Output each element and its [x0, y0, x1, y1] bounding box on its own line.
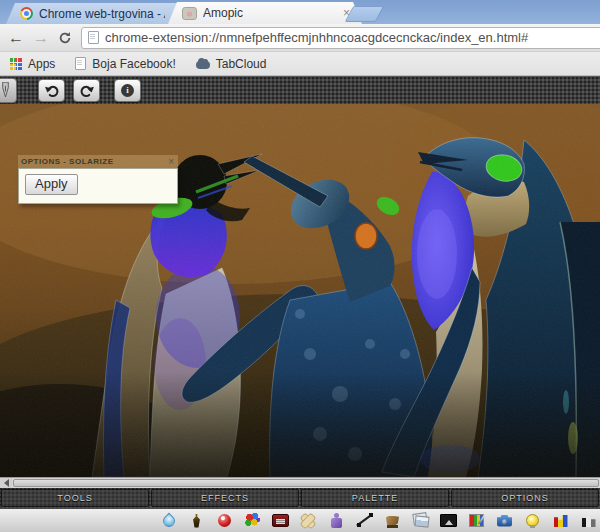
page-icon — [75, 57, 86, 70]
histogram-color-icon[interactable] — [552, 512, 569, 529]
bookmark-tabcloud[interactable]: TabCloud — [196, 57, 267, 71]
undo-button[interactable] — [38, 79, 65, 102]
editor-toolbar: i — [0, 76, 600, 104]
scrollbar-thumb[interactable] — [13, 479, 599, 487]
apply-button[interactable]: Apply — [25, 174, 78, 195]
ink-bottle-icon[interactable] — [188, 512, 205, 529]
color-balls-icon[interactable] — [244, 512, 261, 529]
info-icon: i — [121, 84, 134, 97]
bookmark-apps[interactable]: Apps — [10, 57, 55, 71]
dialog-close-icon[interactable]: × — [167, 157, 175, 167]
address-bar[interactable]: chrome-extension://nmnefpehffecmjnhhncoa… — [81, 27, 600, 49]
bookmark-label: Apps — [28, 57, 55, 71]
bandage-icon[interactable] — [300, 512, 317, 529]
stamp-icon[interactable] — [384, 512, 401, 529]
bookmark-boja-facebook[interactable]: Boja Facebook! — [75, 57, 175, 71]
horizontal-scrollbar — [0, 477, 600, 488]
scroll-left-button[interactable] — [0, 478, 12, 488]
tab-strip: Chrome web-trgovina - A × Amopic × — [0, 0, 600, 24]
page-icon — [88, 31, 99, 44]
tab-effects[interactable]: EFFECTS — [151, 489, 299, 507]
bottom-icon-row — [0, 508, 600, 532]
scroll-left-arrow-icon — [4, 479, 9, 487]
histogram-gray-icon[interactable] — [580, 512, 597, 529]
photos-icon[interactable] — [412, 512, 429, 529]
new-tab-button[interactable] — [345, 6, 385, 22]
picture-icon[interactable] — [440, 512, 457, 529]
back-button[interactable]: ← — [8, 30, 24, 46]
forward-button[interactable]: → — [33, 30, 49, 46]
options-dialog: OPTIONS - SOLARIZE × Apply — [18, 155, 178, 204]
navigation-bar: ← → chrome-extension://nmnefpehffecmjnhh… — [0, 24, 600, 52]
panel-tab-bar: TOOLS EFFECTS PALETTE OPTIONS — [0, 488, 600, 508]
apps-grid-icon — [10, 58, 22, 70]
swatches-icon[interactable] — [468, 512, 485, 529]
bookmarks-bar: Apps Boja Facebook! TabCloud — [0, 52, 600, 76]
camera-icon[interactable] — [496, 512, 513, 529]
reload-icon — [58, 31, 72, 45]
pen-tool-button[interactable] — [0, 78, 17, 103]
tab-tools[interactable]: TOOLS — [1, 489, 149, 507]
url-text: chrome-extension://nmnefpehffecmjnhhncoa… — [105, 30, 528, 45]
bookmark-label: Boja Facebook! — [92, 57, 175, 71]
tv-icon[interactable] — [272, 512, 289, 529]
tab-palette[interactable]: PALETTE — [301, 489, 449, 507]
puzzle-icon[interactable] — [328, 512, 345, 529]
pen-nib-icon — [0, 82, 12, 99]
browser-window: Chrome web-trgovina - A × Amopic × ← → c… — [0, 0, 600, 532]
water-drop-icon[interactable] — [160, 512, 177, 529]
chrome-favicon-icon — [20, 7, 33, 20]
red-eye-icon[interactable] — [216, 512, 233, 529]
dialog-body: Apply — [18, 168, 178, 204]
image-canvas[interactable]: OPTIONS - SOLARIZE × Apply — [0, 104, 600, 477]
bulb-icon[interactable] — [524, 512, 541, 529]
curves-icon[interactable] — [356, 512, 373, 529]
tab-title: Amopic — [203, 6, 335, 20]
tab-options[interactable]: OPTIONS — [451, 489, 599, 507]
bookmark-label: TabCloud — [216, 57, 267, 71]
dialog-titlebar[interactable]: OPTIONS - SOLARIZE × — [18, 155, 178, 168]
tab-title: Chrome web-trgovina - A — [39, 7, 165, 21]
tab-amopic[interactable]: Amopic × — [168, 2, 362, 24]
undo-icon — [44, 83, 60, 99]
dialog-title: OPTIONS - SOLARIZE — [21, 157, 167, 166]
amopic-favicon-icon — [182, 7, 197, 20]
redo-icon — [79, 83, 95, 99]
redo-button[interactable] — [73, 79, 100, 102]
tab-chrome-web-store[interactable]: Chrome web-trgovina - A × — [6, 3, 192, 24]
info-button[interactable]: i — [114, 79, 141, 102]
reload-button[interactable] — [58, 31, 72, 45]
cloud-icon — [196, 61, 210, 69]
